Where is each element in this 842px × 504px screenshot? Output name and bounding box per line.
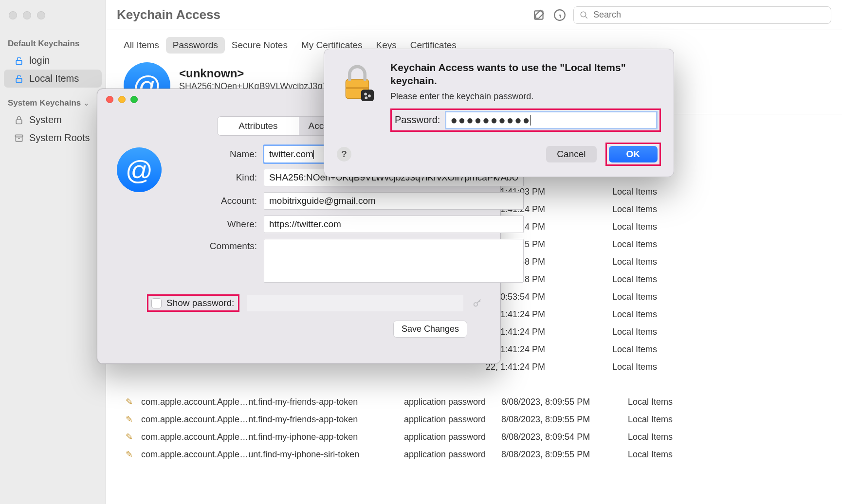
close-icon[interactable] [106, 96, 113, 103]
tab-passwords[interactable]: Passwords [166, 37, 225, 54]
account-input[interactable]: mobitrixguide@gmail.com [264, 192, 524, 210]
sidebar-section-label: Default Keychains [8, 39, 79, 49]
lock-keychain-icon [337, 63, 380, 132]
label-show-password: Show password: [166, 298, 234, 308]
comments-textarea[interactable] [264, 239, 524, 283]
row-date: 22, 1:41:24 PM [486, 362, 612, 372]
row-date: 22, 1:41:24 PM [486, 309, 612, 320]
sidebar-item-label: System [29, 114, 62, 126]
row-keychain: Local Items [612, 222, 680, 232]
password-display[interactable] [247, 295, 463, 311]
info-icon[interactable] [553, 8, 567, 22]
svg-point-8 [474, 303, 477, 306]
svg-rect-1 [16, 78, 22, 82]
dialog-title: Keychain Access wants to use the "Local … [390, 61, 661, 88]
label-account: Account: [162, 196, 264, 206]
app-title: Keychain Access [117, 7, 526, 22]
tab-attributes[interactable]: Attributes [218, 117, 299, 135]
where-input[interactable]: https://twitter.com [264, 216, 524, 233]
close-icon[interactable] [9, 11, 17, 19]
sidebar-item-system-roots[interactable]: System Roots [4, 129, 102, 147]
search-input[interactable] [592, 9, 825, 20]
show-password-checkbox[interactable] [151, 298, 162, 308]
svg-rect-0 [16, 60, 22, 64]
row-keychain: Local Items [612, 292, 680, 302]
sidebar-item-system[interactable]: System [4, 111, 102, 129]
compose-icon[interactable] [532, 8, 546, 22]
help-button[interactable]: ? [337, 147, 351, 162]
key-icon[interactable] [472, 298, 485, 308]
window-controls-inactive [9, 11, 45, 19]
lock-open-icon [14, 74, 24, 84]
password-mask: ●●●●●●●●●● [450, 113, 531, 127]
label-kind: Kind: [162, 172, 264, 183]
svg-rect-4 [16, 137, 22, 141]
row-keychain: Local Items [612, 327, 680, 337]
table-row[interactable]: ✎com.apple.account.Apple…nt.find-my-ipho… [106, 428, 842, 446]
row-keychain: Local Items [612, 187, 680, 197]
sidebar-item-label: Local Items [29, 73, 79, 84]
row-keychain: Local Items [612, 274, 680, 285]
svg-rect-2 [16, 120, 22, 124]
label-comments: Comments: [162, 239, 264, 252]
row-keychain: Local Items [612, 239, 680, 250]
row-date: 22, 1:41:24 PM [486, 327, 612, 337]
lock-icon [14, 115, 24, 125]
show-password-row: Show password: [147, 294, 485, 312]
sidebar-item-login[interactable]: login [4, 52, 102, 70]
minimize-icon[interactable] [118, 96, 126, 103]
row-keychain: Local Items [628, 414, 696, 425]
row-name: com.apple.account.Apple…nt.find-my-iphon… [141, 432, 404, 442]
svg-point-13 [368, 94, 371, 97]
ok-button[interactable]: OK [609, 146, 658, 162]
zoom-icon[interactable] [37, 11, 45, 19]
sidebar: Default Keychains login Local Items Syst… [0, 30, 106, 504]
row-date: 8/08/2023, 8:09:54 PM [501, 432, 628, 442]
svg-point-7 [581, 12, 586, 17]
row-keychain: Local Items [612, 362, 680, 372]
save-changes-button[interactable]: Save Changes [393, 321, 467, 338]
note-icon: ✎ [126, 396, 136, 407]
row-keychain: Local Items [628, 450, 696, 460]
highlight-ok-button: OK [605, 143, 661, 166]
row-keychain: Local Items [612, 257, 680, 267]
svg-rect-10 [346, 87, 368, 89]
note-icon: ✎ [126, 449, 136, 460]
keychain-password-dialog: Keychain Access wants to use the "Local … [324, 49, 674, 177]
row-date: 22, 1:41:24 PM [486, 344, 612, 355]
table-row[interactable]: ✎com.apple.account.Apple…nt.find-my-frie… [106, 393, 842, 411]
row-date: 2, 10:53:54 PM [486, 292, 612, 302]
row-name: com.apple.account.Apple…unt.find-my-ipho… [141, 450, 404, 460]
dialog-subtitle: Please enter the keychain password. [390, 91, 661, 102]
minimize-icon[interactable] [23, 11, 31, 19]
search-field[interactable] [573, 6, 831, 24]
highlight-show-password: Show password: [147, 294, 239, 312]
sidebar-item-local-items[interactable]: Local Items [4, 70, 102, 88]
sidebar-item-label: System Roots [29, 132, 90, 144]
sidebar-section-system[interactable]: System Keychains ⌄ [0, 94, 106, 111]
svg-point-14 [365, 96, 367, 99]
tab-secure-notes[interactable]: Secure Notes [225, 37, 294, 54]
row-keychain: Local Items [628, 397, 696, 407]
sidebar-section-default: Default Keychains [0, 35, 106, 52]
zoom-icon[interactable] [130, 96, 138, 103]
row-kind: application password [404, 432, 501, 442]
table-row[interactable]: ✎com.apple.account.Apple…unt.find-my-iph… [106, 446, 842, 463]
row-date: 8/08/2023, 8:09:55 PM [501, 414, 628, 425]
row-kind: application password [404, 450, 501, 460]
row-date: 8/08/2023, 8:09:55 PM [501, 450, 628, 460]
content-header: Keychain Access [106, 0, 842, 30]
highlight-password-row: Password: ●●●●●●●●●● [390, 108, 661, 132]
table-row[interactable]: ✎com.apple.account.Apple…nt.find-my-frie… [106, 411, 842, 428]
row-keychain: Local Items [612, 309, 680, 320]
row-keychain: Local Items [612, 204, 680, 215]
keychain-password-input[interactable]: ●●●●●●●●●● [446, 112, 657, 128]
label-where: Where: [162, 219, 264, 230]
row-date: 8/08/2023, 8:09:55 PM [501, 397, 628, 407]
row-name: com.apple.account.Apple…nt.find-my-frien… [141, 397, 404, 407]
row-kind: application password [404, 414, 501, 425]
sidebar-item-label: login [29, 55, 50, 66]
tab-all-items[interactable]: All Items [117, 37, 166, 54]
cancel-button[interactable]: Cancel [546, 146, 596, 162]
lock-open-icon [14, 56, 24, 66]
